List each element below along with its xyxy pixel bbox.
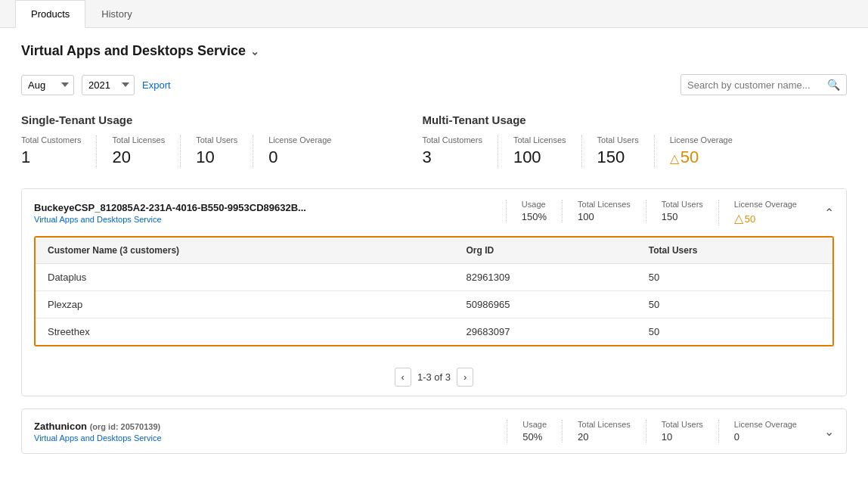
single-tenant-stats: Total Customers 1 Total Licenses 20 Tota… <box>21 135 361 167</box>
search-input[interactable] <box>687 79 823 91</box>
zathunicon-service-name: Virtual Apps and Desktops Service <box>34 433 507 443</box>
mt-total-users-value: 150 <box>597 148 639 167</box>
multi-tenant-section: Multi-Tenant Usage Total Customers 3 Tot… <box>422 113 762 167</box>
buckeyecsp-total-licenses: Total Licenses 100 <box>562 200 646 222</box>
table-header-row: Customer Name (3 customers) Org ID Total… <box>36 238 832 264</box>
st-total-licenses: Total Licenses 20 <box>112 135 181 167</box>
buckeyecsp-customer-table: Customer Name (3 customers) Org ID Total… <box>36 238 832 345</box>
zathunicon-total-licenses: Total Licenses 20 <box>562 420 646 443</box>
mt-total-users: Total Users 150 <box>597 135 655 167</box>
zathunicon-license-overage: License Overage 0 <box>718 420 812 443</box>
col-total-users-header: Total Users <box>637 238 832 264</box>
zathunicon-usage-label: Usage <box>522 420 547 429</box>
st-total-customers-value: 1 <box>21 148 81 167</box>
multi-tenant-title: Multi-Tenant Usage <box>422 113 762 126</box>
mt-total-users-label: Total Users <box>597 135 639 144</box>
zathunicon-total-licenses-value: 20 <box>578 431 631 443</box>
zathunicon-expand-button[interactable]: ⌄ <box>824 424 834 439</box>
st-total-users-value: 10 <box>196 148 237 167</box>
year-select[interactable]: 2021 2019202020222023 <box>82 75 135 95</box>
mt-license-overage: License Overage △50 <box>670 135 748 167</box>
product-title-text: Virtual Apps and Desktops Service <box>21 43 246 59</box>
buckeyecsp-usage-value: 150% <box>522 211 547 222</box>
st-license-overage: License Overage 0 <box>268 135 346 167</box>
tab-products[interactable]: Products <box>15 0 85 28</box>
zathunicon-total-users-label: Total Users <box>662 420 703 429</box>
table-row: Plexzap 50986965 50 <box>36 291 832 318</box>
buckeyecsp-inner-table-wrapper: Customer Name (3 customers) Org ID Total… <box>34 236 834 346</box>
streethex-total-users: 50 <box>637 318 832 346</box>
st-total-customers: Total Customers 1 <box>21 135 97 167</box>
buckeyecsp-total-licenses-label: Total Licenses <box>578 200 631 209</box>
st-total-licenses-label: Total Licenses <box>112 135 165 144</box>
mt-total-customers-label: Total Customers <box>422 135 482 144</box>
streethex-name: Streethex <box>36 318 454 346</box>
zathunicon-card-stats: Usage 50% Total Licenses 20 Total Users … <box>507 420 812 443</box>
usage-sections: Single-Tenant Usage Total Customers 1 To… <box>21 113 847 167</box>
st-license-overage-value: 0 <box>268 148 331 167</box>
dataplus-total-users: 50 <box>637 264 832 291</box>
zathunicon-total-users: Total Users 10 <box>646 420 718 443</box>
buckeyecsp-customer-id: BuckeyeCSP_812085A2-231A-4016-B550-9953C… <box>34 202 506 213</box>
buckeyecsp-collapse-button[interactable]: ⌃ <box>824 206 834 220</box>
st-total-users: Total Users 10 <box>196 135 253 167</box>
buckeyecsp-total-users: Total Users 150 <box>646 200 718 222</box>
st-total-licenses-value: 20 <box>112 148 165 167</box>
buckeyecsp-total-licenses-value: 100 <box>578 211 631 222</box>
col-customer-name-header: Customer Name (3 customers) <box>36 238 454 264</box>
zathunicon-org-id-inline: (org id: 20570139) <box>90 422 161 431</box>
st-total-customers-label: Total Customers <box>21 135 81 144</box>
table-row: Dataplus 82961309 50 <box>36 264 832 291</box>
plexzap-name: Plexzap <box>36 291 454 318</box>
pagination-prev-button[interactable]: ‹ <box>395 368 411 387</box>
buckeyecsp-usage: Usage 150% <box>506 200 562 222</box>
zathunicon-license-overage-label: License Overage <box>734 420 797 429</box>
mt-total-customers-value: 3 <box>422 148 482 167</box>
single-tenant-section: Single-Tenant Usage Total Customers 1 To… <box>21 113 361 167</box>
buckeyecsp-license-overage: License Overage △50 <box>718 200 812 225</box>
multi-tenant-stats: Total Customers 3 Total Licenses 100 Tot… <box>422 135 762 167</box>
mt-license-overage-label: License Overage <box>670 135 733 144</box>
main-content: Virtual Apps and Desktops Service ⌄ Aug … <box>0 28 868 481</box>
zathunicon-usage: Usage 50% <box>507 420 562 443</box>
buckeyecsp-service-name: Virtual Apps and Desktops Service <box>34 215 506 224</box>
product-title[interactable]: Virtual Apps and Desktops Service ⌄ <box>21 43 847 59</box>
zathunicon-card: Zathunicon (org id: 20570139) Virtual Ap… <box>21 408 847 454</box>
zathunicon-card-left: Zathunicon (org id: 20570139) Virtual Ap… <box>34 421 507 443</box>
warning-triangle-icon: △ <box>670 152 679 165</box>
search-icon: 🔍 <box>827 79 840 91</box>
pagination-bar: ‹ 1-3 of 3 › <box>22 359 846 396</box>
mt-total-customers: Total Customers 3 <box>422 135 498 167</box>
search-box: 🔍 <box>680 74 847 95</box>
buckeyecsp-total-users-label: Total Users <box>662 200 703 209</box>
buckeyecsp-card: BuckeyeCSP_812085A2-231A-4016-B550-9953C… <box>21 188 847 396</box>
single-tenant-title: Single-Tenant Usage <box>21 113 361 126</box>
table-row: Streethex 29683097 50 <box>36 318 832 346</box>
mt-total-licenses-label: Total Licenses <box>513 135 566 144</box>
mt-license-overage-value: △50 <box>670 148 733 167</box>
buckeyecsp-card-left: BuckeyeCSP_812085A2-231A-4016-B550-9953C… <box>34 202 506 224</box>
buckeyecsp-card-stats: Usage 150% Total Licenses 100 Total User… <box>506 200 812 225</box>
buckeyecsp-license-overage-label: License Overage <box>734 200 797 209</box>
tab-history[interactable]: History <box>85 0 147 28</box>
zathunicon-license-overage-value: 0 <box>734 431 797 443</box>
pagination-info: 1-3 of 3 <box>417 371 451 383</box>
plexzap-org-id: 50986965 <box>454 291 637 318</box>
mt-total-licenses: Total Licenses 100 <box>513 135 582 167</box>
warning-triangle-icon-2: △ <box>734 212 743 225</box>
plexzap-total-users: 50 <box>637 291 832 318</box>
col-org-id-header: Org ID <box>454 238 637 264</box>
zathunicon-total-licenses-label: Total Licenses <box>578 420 631 429</box>
streethex-org-id: 29683097 <box>454 318 637 346</box>
buckeyecsp-license-overage-value: △50 <box>734 211 797 225</box>
zathunicon-usage-value: 50% <box>522 431 547 443</box>
export-link[interactable]: Export <box>142 79 171 91</box>
pagination-next-button[interactable]: › <box>457 368 473 387</box>
month-select[interactable]: Aug JanFebMarApr MayJunJul SepOctNovDec <box>21 75 74 95</box>
dataplus-org-id: 82961309 <box>454 264 637 291</box>
filter-bar: Aug JanFebMarApr MayJunJul SepOctNovDec … <box>21 74 847 95</box>
st-license-overage-label: License Overage <box>268 135 331 144</box>
mt-total-licenses-value: 100 <box>513 148 566 167</box>
st-total-users-label: Total Users <box>196 135 237 144</box>
zathunicon-customer-name: Zathunicon (org id: 20570139) <box>34 421 507 432</box>
